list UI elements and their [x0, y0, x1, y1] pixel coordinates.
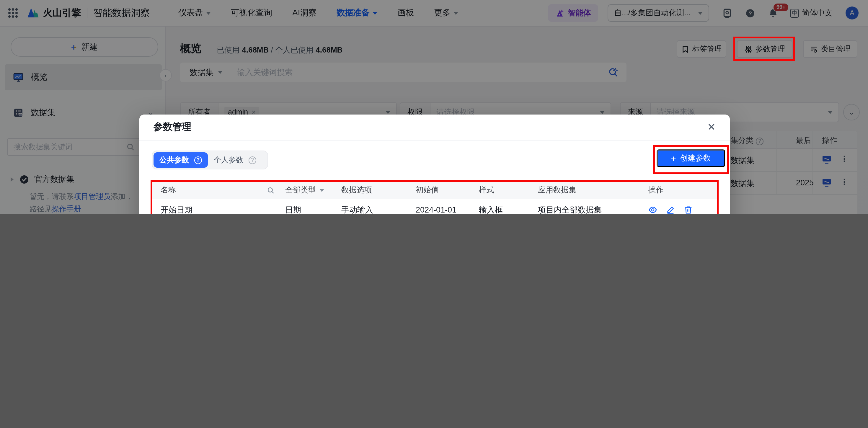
help-icon[interactable]: ? [194, 156, 202, 164]
close-icon[interactable]: ✕ [707, 122, 716, 132]
screen: 火山引擎 智能数据洞察 仪表盘 可视化查询 AI洞察 数据准备 画板 更多 智能… [0, 0, 868, 214]
annotation-box-param-table [151, 180, 719, 214]
tab-personal-params[interactable]: 个人参数? [208, 152, 262, 167]
param-scope-tabs: 公共参数? 个人参数? [152, 151, 268, 170]
annotation-box-create-param [653, 145, 728, 174]
help-icon[interactable]: ? [249, 156, 256, 164]
modal-title: 参数管理 [154, 121, 191, 133]
modal-header: 参数管理 ✕ [140, 115, 730, 141]
tab-public-params[interactable]: 公共参数? [154, 152, 208, 167]
annotation-box-param-manage [733, 37, 795, 61]
